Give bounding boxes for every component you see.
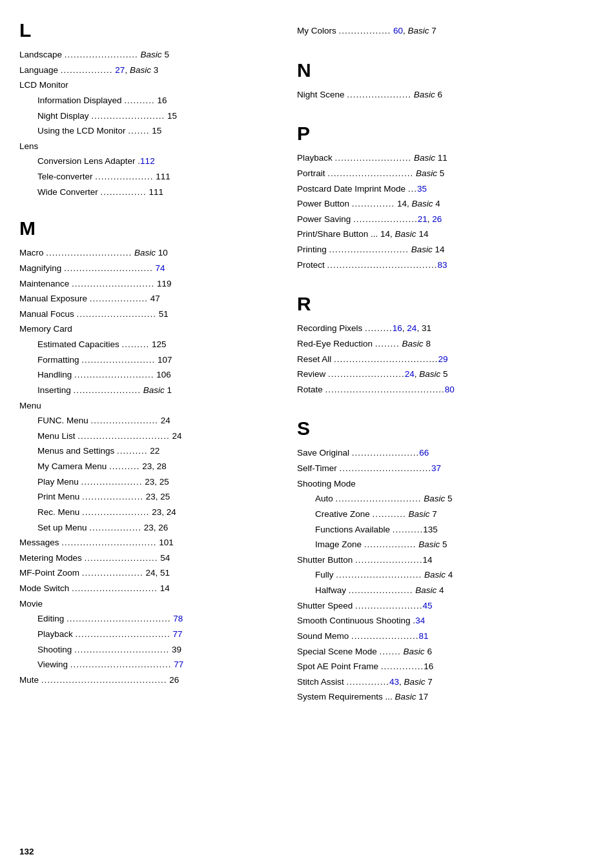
list-item: Lens (19, 139, 278, 154)
list-item-sub: Wide Converter ............... 111 (19, 185, 278, 200)
list-item: Smooth Continuous Shooting . 34 (297, 613, 597, 629)
list-item: Memory Card (19, 321, 278, 337)
section-letter-S: S (297, 418, 597, 439)
list-item-sub: Menus and Settings .......... 22 (19, 443, 278, 459)
list-item: Power Button .............. 14, Basic 4 (297, 196, 597, 212)
list-item-sub: Tele-converter ................... 111 (19, 169, 278, 185)
list-item-sub: Shooting ...............................… (19, 642, 278, 658)
list-item: Red-Eye Reduction ........ Basic 8 (297, 336, 597, 352)
list-item: Self-Timer .............................… (297, 461, 597, 476)
list-item: Reset All ..............................… (297, 352, 597, 367)
list-item-sub: Handling .......................... 106 (19, 367, 278, 383)
list-item: Manual Exposure ................... 47 (19, 291, 278, 307)
list-item: Landscape ........................ Basic… (19, 47, 278, 63)
list-item: Protect ................................… (297, 257, 597, 273)
list-item-sub: Halfway ..................... Basic 4 (297, 583, 597, 598)
list-item-sub: My Camera Menu .......... 23, 28 (19, 459, 278, 474)
list-item-sub: Formatting ........................ 107 (19, 352, 278, 368)
list-item-sub: Image Zone ................. Basic 5 (297, 537, 597, 552)
page-number: 132 (19, 847, 34, 856)
list-item-sub: Playback ...............................… (19, 627, 278, 642)
list-item: Mode Switch ............................… (19, 581, 278, 596)
list-item-sub: Fully ............................ Basic… (297, 567, 597, 583)
list-item: Shutter Speed ...................... 45 (297, 598, 597, 614)
list-item: Movie (19, 596, 278, 612)
list-item: Spot AE Point Frame .............. 16 (297, 659, 597, 674)
list-item: Portrait ............................ Ba… (297, 166, 597, 181)
list-item: System Requirements ... Basic 17 (297, 689, 597, 705)
list-item-sub: Estimated Capacities ......... 125 (19, 337, 278, 352)
list-item: Magnifying .............................… (19, 261, 278, 276)
list-item-sub: Night Display ........................ 1… (19, 108, 278, 124)
list-item: My Colors ................. 60, Basic 7 (297, 23, 597, 39)
list-item-sub: Play Menu .................... 23, 25 (19, 474, 278, 490)
list-item: Save Original ...................... 66 (297, 445, 597, 461)
index-page: L Landscape ........................ Bas… (0, 0, 616, 731)
list-item: Manual Focus .......................... … (19, 307, 278, 322)
list-item: Messages ...............................… (19, 535, 278, 550)
list-item: Mute ...................................… (19, 672, 278, 688)
list-item: Shooting Mode (297, 476, 597, 492)
list-item: Language ................. 27, Basic 3 (19, 63, 278, 78)
section-letter-M: M (19, 217, 278, 239)
list-item: Power Saving ..................... 21, 2… (297, 212, 597, 227)
list-item: Shutter Button ...................... 14 (297, 552, 597, 568)
list-item: Review ......................... 24, Bas… (297, 367, 597, 382)
left-column: L Landscape ........................ Bas… (19, 19, 291, 705)
section-letter-L: L (19, 19, 278, 41)
list-item: Macro ............................ Basic… (19, 245, 278, 261)
section-letter-P: P (297, 123, 597, 144)
list-item-sub: Inserting ...................... Basic 1 (19, 383, 278, 398)
list-item-sub: Information Displayed .......... 16 (19, 93, 278, 108)
section-letter-R: R (297, 293, 597, 314)
list-item: Night Scene ..................... Basic … (297, 87, 597, 103)
list-item: Playback ......................... Basic… (297, 150, 597, 166)
list-item: Maintenance ........................... … (19, 276, 278, 292)
list-item-sub: Using the LCD Monitor ....... 15 (19, 123, 278, 139)
list-item-sub: Rec. Menu ...................... 23, 24 (19, 505, 278, 520)
list-item-sub: Viewing ................................… (19, 657, 278, 672)
list-item: Rotate .................................… (297, 382, 597, 398)
list-item-sub: Functions Available .......... 135 (297, 522, 597, 538)
list-item-sub: Set up Menu ................. 23, 26 (19, 520, 278, 536)
list-item: Special Scene Mode ....... Basic 6 (297, 644, 597, 660)
list-item: Print/Share Button ... 14, Basic 14 (297, 227, 597, 242)
section-letter-N: N (297, 59, 597, 81)
list-item-sub: Creative Zone ........... Basic 7 (297, 507, 597, 522)
list-item-sub: Menu List ..............................… (19, 429, 278, 444)
list-item: Printing .......................... Basi… (297, 242, 597, 257)
list-item: Metering Modes ........................ … (19, 550, 278, 566)
list-item-sub: Auto ............................ Basic … (297, 491, 597, 507)
top-entry: My Colors ................. 60, Basic 7 (297, 23, 597, 39)
list-item: Postcard Date Imprint Mode ... 35 (297, 181, 597, 197)
list-item-sub: Print Menu .................... 23, 25 (19, 489, 278, 505)
right-column: My Colors ................. 60, Basic 7 … (291, 19, 597, 705)
list-item: Menu (19, 398, 278, 414)
list-item: Sound Memo ...................... 81 (297, 629, 597, 644)
list-item: Stitch Assist .............. 43, Basic 7 (297, 674, 597, 690)
list-item: Recording Pixels ......... 16, 24, 31 (297, 321, 597, 336)
list-item: LCD Monitor (19, 77, 278, 93)
list-item: MF-Point Zoom .................... 24, 5… (19, 565, 278, 581)
list-item-sub: FUNC. Menu ...................... 24 (19, 413, 278, 429)
list-item-sub: Conversion Lens Adapter . 112 (19, 154, 278, 169)
list-item-sub: Editing ................................… (19, 611, 278, 627)
